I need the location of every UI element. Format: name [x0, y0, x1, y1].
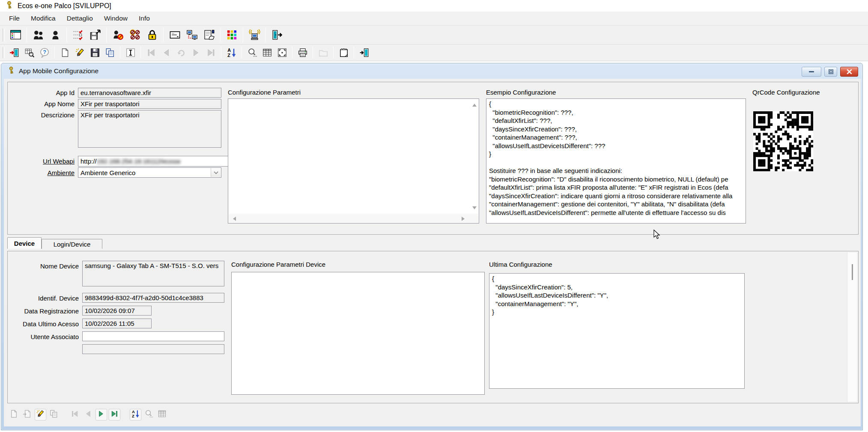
url-webapi-field[interactable]: http://192.168.254.16:16112/ecosw: [78, 156, 242, 167]
svg-text:A: A: [132, 409, 135, 414]
color-grid-button[interactable]: [223, 27, 240, 43]
ultima-config-label: Ultima Configurazione: [489, 261, 552, 268]
save-button[interactable]: [87, 46, 102, 60]
app-nome-label: App Nome: [8, 100, 75, 107]
copy-icon: [105, 48, 115, 58]
edit-wand-button[interactable]: [35, 409, 46, 420]
data-registrazione-field[interactable]: 10/02/2026 09:07: [82, 306, 152, 316]
table-pattern-icon: [277, 48, 287, 58]
door-exit-icon: [271, 29, 283, 41]
sort-az-button[interactable]: AZ: [224, 46, 239, 60]
user-block-button[interactable]: [109, 27, 126, 43]
child-titlebar[interactable]: App Mobile Configurazione: [1, 63, 862, 78]
svg-text:Z: Z: [227, 53, 230, 58]
table-search-button[interactable]: [22, 46, 37, 60]
users-button[interactable]: [30, 27, 47, 43]
search-button[interactable]: [245, 46, 260, 60]
application-window: Ecos e-one Palco [SVILUPPO] File Modific…: [0, 0, 868, 432]
form-hand-button[interactable]: [200, 27, 218, 43]
nav-first-icon: [70, 409, 79, 420]
nav-first-button: [143, 46, 158, 60]
menu-modifica[interactable]: Modifica: [25, 12, 61, 25]
exit-door2-button[interactable]: [357, 46, 372, 60]
door-in-button[interactable]: [7, 46, 22, 60]
menu-info[interactable]: Info: [133, 12, 155, 25]
scrollbar-thumb[interactable]: [852, 264, 853, 280]
doc-new-button[interactable]: [57, 46, 72, 60]
app-id-field[interactable]: eu.terranovasoftware.xfir: [78, 88, 221, 98]
edit-wand-button[interactable]: [72, 46, 87, 60]
form-window-button[interactable]: [7, 27, 24, 43]
vertical-scrollbar[interactable]: [847, 253, 857, 402]
esempio-config-label: Esempio Configurazione: [486, 89, 556, 96]
minimize-button[interactable]: [802, 67, 821, 77]
scroll-down-icon[interactable]: [472, 206, 477, 212]
esempio-config-textbox[interactable]: { "biometricRecognition": ???, "defaultX…: [486, 98, 746, 223]
scroll-up-icon[interactable]: [472, 101, 477, 107]
lock-yellow-button[interactable]: [143, 27, 161, 43]
svg-text:?: ?: [43, 49, 46, 55]
config-parametri-device-textarea[interactable]: [231, 272, 485, 395]
notepad-button[interactable]: [336, 46, 351, 60]
envelope-button[interactable]: [166, 27, 183, 43]
svg-text:Z: Z: [132, 414, 134, 418]
chevron-down-icon[interactable]: [211, 168, 221, 177]
ibeam-button[interactable]: [123, 46, 138, 60]
ultima-config-textbox[interactable]: { "daysSinceXfirCreation": 5, "allowsUse…: [489, 273, 745, 389]
nav-last-green-button[interactable]: [109, 409, 120, 420]
table-icon: [158, 409, 167, 420]
app-nome-field[interactable]: XFir per trasportatori: [78, 99, 221, 109]
config-parametri-textarea[interactable]: [228, 98, 479, 223]
url-webapi-label[interactable]: Url Webapi: [8, 158, 75, 165]
door-exit-button[interactable]: [268, 27, 286, 43]
menu-window[interactable]: Window: [98, 12, 133, 25]
restore-button[interactable]: [824, 67, 837, 77]
copy-button[interactable]: [102, 46, 117, 60]
nav-first-icon: [146, 48, 156, 58]
toolbar-separator: [140, 47, 141, 59]
data-ultimo-accesso-field[interactable]: 10/02/2026 11:05: [82, 319, 152, 328]
close-button[interactable]: [840, 67, 858, 77]
checklist-button[interactable]: [69, 27, 87, 43]
nav-prev-icon: [161, 48, 171, 58]
config-parametri-device-label: Configurazione Parametri Device: [231, 261, 325, 268]
search-icon: [247, 48, 257, 58]
table-button[interactable]: [260, 46, 274, 60]
toolbar-separator: [120, 47, 120, 59]
save-export-icon: [89, 29, 101, 41]
user-button[interactable]: [47, 27, 64, 43]
printer-button[interactable]: [295, 46, 310, 60]
menu-dettaglio[interactable]: Dettaglio: [61, 12, 98, 25]
utente-associato-field[interactable]: [82, 331, 224, 341]
nav-last-icon: [206, 48, 216, 58]
nav-next-green-button[interactable]: [95, 409, 107, 420]
ibeam-icon: [125, 48, 136, 58]
qrcode-config-label: QrCode Configurazione: [752, 89, 820, 96]
computers-link-button[interactable]: [183, 27, 200, 43]
wireless-pc-button[interactable]: [246, 27, 263, 43]
horizontal-scrollbar[interactable]: [229, 214, 478, 223]
user-block-icon: [112, 29, 124, 41]
blocks-button[interactable]: [126, 27, 143, 43]
nome-device-field[interactable]: samsung - Galaxy Tab A - SM-T515 - S.O. …: [82, 261, 224, 286]
child-window-app-mobile-configurazione: App Mobile Configurazione App Id eu.terr…: [1, 63, 863, 430]
scroll-left-icon[interactable]: [231, 217, 236, 221]
scroll-right-icon[interactable]: [462, 217, 467, 221]
ambiente-dropdown[interactable]: Ambiente Generico: [78, 167, 221, 178]
sort-az-button[interactable]: AZ: [130, 409, 141, 420]
descrizione-field[interactable]: XFir per trasportatori: [78, 110, 221, 148]
help-button[interactable]: ?: [37, 46, 52, 60]
app-id-label: App Id: [8, 89, 75, 96]
tab-device[interactable]: Device: [7, 237, 42, 249]
menu-file[interactable]: File: [3, 12, 25, 25]
redo-icon: [176, 48, 186, 58]
tab-login-device[interactable]: Login/Device: [42, 239, 102, 249]
users-icon: [33, 29, 44, 41]
doc-new-button: [8, 409, 20, 420]
table-pattern-button[interactable]: [274, 46, 289, 60]
save-export-button[interactable]: [87, 27, 104, 43]
identif-device-field[interactable]: 9883499d-8302-4f7f-a2d0-50d1c4ce3883: [82, 293, 224, 303]
ambiente-label[interactable]: Ambiente: [8, 169, 75, 176]
table-icon: [262, 48, 272, 58]
notepad-icon: [339, 48, 349, 58]
